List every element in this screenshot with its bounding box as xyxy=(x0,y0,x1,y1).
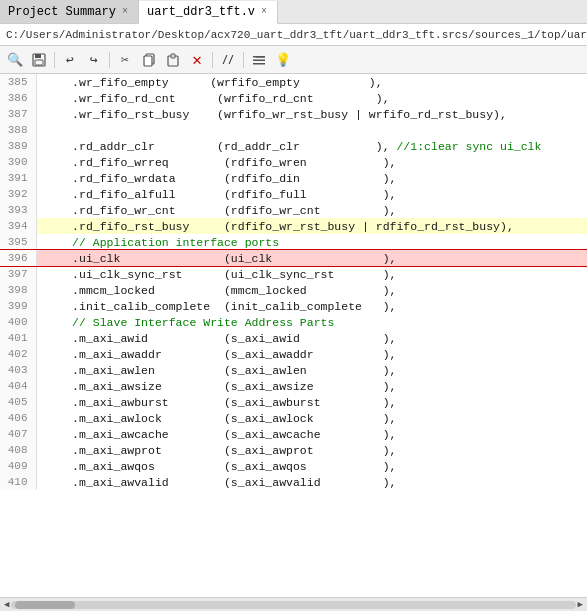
line-code: .m_axi_awcache (s_axi_awcache ), xyxy=(36,426,587,442)
table-row[interactable]: 407 .m_axi_awcache (s_axi_awcache ), xyxy=(0,426,587,442)
table-row[interactable]: 408 .m_axi_awprot (s_axi_awprot ), xyxy=(0,442,587,458)
table-row[interactable]: 393 .rd_fifo_wr_cnt (rdfifo_wr_cnt ), xyxy=(0,202,587,218)
line-number: 393 xyxy=(0,202,36,218)
line-number: 407 xyxy=(0,426,36,442)
line-number: 408 xyxy=(0,442,36,458)
code-scroll[interactable]: 385 .wr_fifo_empty (wrfifo_empty ),386 .… xyxy=(0,74,587,597)
scroll-left-arrow[interactable]: ◀ xyxy=(2,599,11,610)
line-number: 395 xyxy=(0,234,36,250)
tab-uart-ddr3-label: uart_ddr3_tft.v xyxy=(147,5,255,19)
table-row[interactable]: 409 .m_axi_awqos (s_axi_awqos ), xyxy=(0,458,587,474)
table-row[interactable]: 404 .m_axi_awsize (s_axi_awsize ), xyxy=(0,378,587,394)
tab-uart-ddr3[interactable]: uart_ddr3_tft.v × xyxy=(139,1,278,24)
line-code: .m_axi_awlock (s_axi_awlock ), xyxy=(36,410,587,426)
line-code: .m_axi_awid (s_axi_awid ), xyxy=(36,330,587,346)
line-number: 392 xyxy=(0,186,36,202)
line-number: 394 xyxy=(0,218,36,234)
tab-project-summary-close[interactable]: × xyxy=(120,6,130,17)
table-row[interactable]: 400 // Slave Interface Write Address Par… xyxy=(0,314,587,330)
tab-bar: Project Summary × uart_ddr3_tft.v × xyxy=(0,0,587,24)
svg-rect-1 xyxy=(35,54,41,58)
table-row[interactable]: 389 .rd_addr_clr (rd_addr_clr ), //1:cle… xyxy=(0,138,587,154)
table-row[interactable]: 410 .m_axi_awvalid (s_axi_awvalid ), xyxy=(0,474,587,490)
table-row[interactable]: 388 xyxy=(0,122,587,138)
line-code: .wr_fifo_rst_busy (wrfifo_wr_rst_busy | … xyxy=(36,106,587,122)
line-code: .init_calib_complete (init_calib_complet… xyxy=(36,298,587,314)
line-number: 410 xyxy=(0,474,36,490)
toolbar: 🔍 ↩ ↪ ✂ ✕ // 💡 xyxy=(0,46,587,74)
scroll-right-arrow[interactable]: ▶ xyxy=(576,599,585,610)
line-number: 397 xyxy=(0,266,36,282)
table-row[interactable]: 390 .rd_fifo_wrreq (rdfifo_wren ), xyxy=(0,154,587,170)
delete-button[interactable]: ✕ xyxy=(186,49,208,71)
scrollbar-thumb[interactable] xyxy=(15,601,75,609)
save-button[interactable] xyxy=(28,49,50,71)
horizontal-scrollbar[interactable]: ◀ ▶ xyxy=(0,597,587,611)
cut-button[interactable]: ✂ xyxy=(114,49,136,71)
scrollbar-track[interactable] xyxy=(11,601,575,609)
table-row[interactable]: 405 .m_axi_awburst (s_axi_awburst ), xyxy=(0,394,587,410)
copy-button[interactable] xyxy=(138,49,160,71)
svg-rect-4 xyxy=(144,56,152,66)
line-code: .rd_fifo_wr_cnt (rdfifo_wr_cnt ), xyxy=(36,202,587,218)
line-number: 389 xyxy=(0,138,36,154)
table-row[interactable]: 385 .wr_fifo_empty (wrfifo_empty ), xyxy=(0,74,587,90)
line-number: 405 xyxy=(0,394,36,410)
table-row[interactable]: 392 .rd_fifo_alfull (rdfifo_full ), xyxy=(0,186,587,202)
table-row[interactable]: 406 .m_axi_awlock (s_axi_awlock ), xyxy=(0,410,587,426)
svg-rect-9 xyxy=(253,63,265,65)
table-row[interactable]: 397 .ui_clk_sync_rst (ui_clk_sync_rst ), xyxy=(0,266,587,282)
line-code: .rd_fifo_wrreq (rdfifo_wren ), xyxy=(36,154,587,170)
line-number: 399 xyxy=(0,298,36,314)
table-row[interactable]: 386 .wr_fifo_rd_cnt (wrfifo_rd_cnt ), xyxy=(0,90,587,106)
line-number: 401 xyxy=(0,330,36,346)
table-row[interactable]: 387 .wr_fifo_rst_busy (wrfifo_wr_rst_bus… xyxy=(0,106,587,122)
line-code: .m_axi_awburst (s_axi_awburst ), xyxy=(36,394,587,410)
separator-4 xyxy=(243,52,244,68)
line-code: .rd_fifo_alfull (rdfifo_full ), xyxy=(36,186,587,202)
line-code: .m_axi_awqos (s_axi_awqos ), xyxy=(36,458,587,474)
comment-button[interactable]: // xyxy=(217,49,239,71)
line-number: 403 xyxy=(0,362,36,378)
line-code: // Slave Interface Write Address Parts xyxy=(36,314,587,330)
tab-uart-ddr3-close[interactable]: × xyxy=(259,6,269,17)
line-number: 398 xyxy=(0,282,36,298)
line-code: .m_axi_awvalid (s_axi_awvalid ), xyxy=(36,474,587,490)
table-row[interactable]: 391 .rd_fifo_wrdata (rdfifo_din ), xyxy=(0,170,587,186)
line-code: .m_axi_awaddr (s_axi_awaddr ), xyxy=(36,346,587,362)
line-number: 391 xyxy=(0,170,36,186)
table-row[interactable]: 399 .init_calib_complete (init_calib_com… xyxy=(0,298,587,314)
tab-project-summary[interactable]: Project Summary × xyxy=(0,0,139,23)
table-row[interactable]: 402 .m_axi_awaddr (s_axi_awaddr ), xyxy=(0,346,587,362)
bulb-button[interactable]: 💡 xyxy=(272,49,294,71)
table-row[interactable]: 395 // Application interface ports xyxy=(0,234,587,250)
code-area: 385 .wr_fifo_empty (wrfifo_empty ),386 .… xyxy=(0,74,587,597)
paste-button[interactable] xyxy=(162,49,184,71)
line-code: .m_axi_awprot (s_axi_awprot ), xyxy=(36,442,587,458)
indent-button[interactable] xyxy=(248,49,270,71)
file-path: C:/Users/Administrator/Desktop/acx720_ua… xyxy=(6,29,587,41)
table-row[interactable]: 396 .ui_clk (ui_clk ), xyxy=(0,250,587,266)
separator-2 xyxy=(109,52,110,68)
line-code: .m_axi_awsize (s_axi_awsize ), xyxy=(36,378,587,394)
tab-project-summary-label: Project Summary xyxy=(8,5,116,19)
line-code: .m_axi_awlen (s_axi_awlen ), xyxy=(36,362,587,378)
line-number: 409 xyxy=(0,458,36,474)
table-row[interactable]: 394 .rd_fifo_rst_busy (rdfifo_wr_rst_bus… xyxy=(0,218,587,234)
line-code: .rd_addr_clr (rd_addr_clr ), //1:clear s… xyxy=(36,138,587,154)
table-row[interactable]: 398 .mmcm_locked (mmcm_locked ), xyxy=(0,282,587,298)
line-number: 400 xyxy=(0,314,36,330)
table-row[interactable]: 403 .m_axi_awlen (s_axi_awlen ), xyxy=(0,362,587,378)
line-code: .ui_clk_sync_rst (ui_clk_sync_rst ), xyxy=(36,266,587,282)
line-code: .wr_fifo_empty (wrfifo_empty ), xyxy=(36,74,587,90)
table-row[interactable]: 401 .m_axi_awid (s_axi_awid ), xyxy=(0,330,587,346)
line-code: .ui_clk (ui_clk ), xyxy=(36,250,587,266)
search-button[interactable]: 🔍 xyxy=(4,49,26,71)
svg-rect-8 xyxy=(253,59,265,61)
separator-3 xyxy=(212,52,213,68)
line-number: 404 xyxy=(0,378,36,394)
code-table: 385 .wr_fifo_empty (wrfifo_empty ),386 .… xyxy=(0,74,587,490)
redo-button[interactable]: ↪ xyxy=(83,49,105,71)
undo-button[interactable]: ↩ xyxy=(59,49,81,71)
svg-rect-10 xyxy=(256,56,265,58)
